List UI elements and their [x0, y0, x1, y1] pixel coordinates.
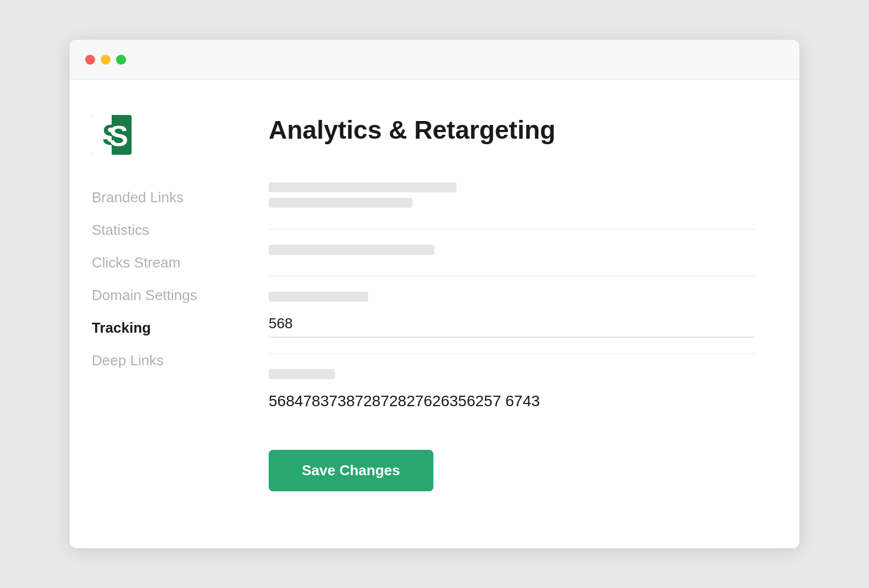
skeleton-2a: [269, 245, 434, 255]
titlebar: [70, 40, 799, 80]
content-area: S S Branded Links Statistics Clicks Stre…: [70, 80, 799, 548]
section-3: [269, 276, 755, 354]
tracking-input[interactable]: [269, 311, 755, 338]
skeleton-1a: [269, 182, 457, 192]
logo: S S: [92, 115, 132, 155]
save-changes-button[interactable]: Save Changes: [269, 450, 433, 491]
app-window: S S Branded Links Statistics Clicks Stre…: [70, 40, 799, 548]
sidebar-item-domain-settings[interactable]: Domain Settings: [92, 279, 224, 312]
sidebar-item-branded-links[interactable]: Branded Links: [92, 181, 224, 214]
skeleton-3a: [269, 292, 368, 302]
sidebar-item-clicks-stream[interactable]: Clicks Stream: [92, 246, 224, 279]
sidebar-item-tracking[interactable]: Tracking: [92, 312, 224, 344]
minimize-dot[interactable]: [101, 55, 111, 65]
page-title: Analytics & Retargeting: [269, 115, 755, 145]
sidebar: S S Branded Links Statistics Clicks Stre…: [70, 106, 247, 522]
long-number-value: 568478373872872827626356257 6743: [269, 388, 755, 414]
main-panel: Analytics & Retargeting 5684783738728728…: [247, 106, 799, 522]
logo-letter-overlay: S: [109, 119, 128, 153]
section-4: 568478373872872827626356257 6743: [269, 354, 755, 430]
maximize-dot[interactable]: [116, 55, 126, 65]
sidebar-item-deep-links[interactable]: Deep Links: [92, 344, 224, 377]
section-2: [269, 229, 755, 276]
skeleton-1b: [269, 198, 412, 208]
close-dot[interactable]: [85, 55, 95, 65]
skeleton-4a: [269, 369, 335, 379]
section-1: [269, 167, 755, 229]
sidebar-item-statistics[interactable]: Statistics: [92, 214, 224, 246]
